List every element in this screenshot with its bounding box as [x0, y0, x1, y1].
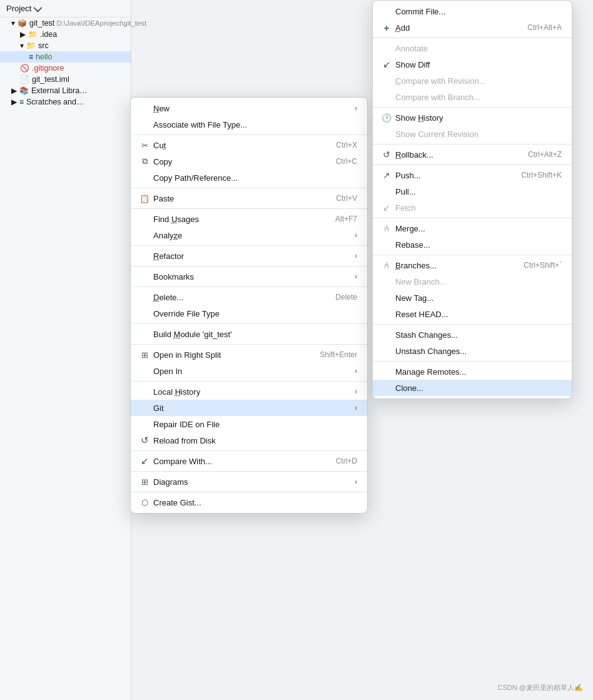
menu-item-compare-with[interactable]: ↙ Compare With... Ctrl+D [131, 453, 367, 469]
git-menu-rollback[interactable]: ↺ Rollback... Ctrl+Alt+Z [373, 146, 572, 163]
git-menu-reset-head[interactable]: Reset HEAD... [373, 306, 572, 322]
menu-item-cut[interactable]: ✂ Cut Ctrl+X [131, 137, 367, 153]
git-menu-new-branch[interactable]: New Branch... [373, 273, 572, 290]
context-menu-right: Commit File... + Add Ctrl+Alt+A Annotate… [372, 0, 572, 399]
menu-item-refactor[interactable]: Refactor › [131, 248, 367, 264]
git-menu-compare-branch[interactable]: Compare with Branch... [373, 89, 572, 105]
tree-item-external-libs[interactable]: ▶ 📚 External Libra… [0, 85, 131, 96]
menu-item-diagrams[interactable]: ⊞ Diagrams › [131, 474, 367, 490]
menu-item-associate[interactable]: Associate with File Type... [131, 116, 367, 133]
compare-with-shortcut: Ctrl+D [336, 457, 357, 465]
folder-icon: 📁 [28, 30, 38, 39]
chevron-right-icon: ▾ [11, 19, 15, 28]
git-separator-4 [373, 165, 572, 165]
add-icon: + [380, 23, 393, 33]
git-menu-show-history[interactable]: 🕐 Show History [373, 109, 572, 126]
menu-item-reload[interactable]: ↺ Reload from Disk [131, 432, 367, 449]
menu-item-override-type[interactable]: Override File Type [131, 305, 367, 322]
menu-item-copy-path[interactable]: Copy Path/Reference... [131, 170, 367, 186]
hello-label: hello [36, 53, 52, 61]
menu-item-bookmarks[interactable]: Bookmarks › [131, 268, 367, 285]
git-menu-show-current-revision[interactable]: Show Current Revision [373, 126, 572, 142]
menu-item-new[interactable]: New › [131, 100, 367, 116]
new-tag-label: New Tag... [395, 293, 562, 303]
compare-with-label: Compare With... [153, 457, 321, 466]
git-menu-push[interactable]: ↗ Push... Ctrl+Shift+K [373, 167, 572, 183]
menu-item-analyze[interactable]: Analyze › [131, 227, 367, 243]
src-folder-icon: 📁 [26, 41, 36, 50]
show-diff-icon: ↙ [380, 59, 393, 70]
menu-item-open-right-split[interactable]: ⊞ Open in Right Split Shift+Enter [131, 347, 367, 363]
open-right-split-icon: ⊞ [138, 350, 151, 360]
separator-10 [131, 450, 367, 451]
git-test-label: git_test [29, 19, 54, 28]
rollback-icon: ↺ [380, 150, 393, 160]
reload-label: Reload from Disk [153, 436, 357, 445]
tree-item-iml[interactable]: 📄 git_test.iml [0, 74, 131, 85]
open-in-arrow-icon: › [355, 367, 357, 375]
git-menu-merge[interactable]: ⑃ Merge... [373, 220, 572, 236]
compare-revision-label: Compare with Revision... [395, 76, 562, 86]
reset-head-label: Reset HEAD... [395, 310, 562, 319]
unstash-changes-label: Unstash Changes... [395, 347, 562, 356]
menu-item-copy[interactable]: ⧉ Copy Ctrl+C [131, 153, 367, 170]
menu-item-local-history[interactable]: Local History › [131, 383, 367, 400]
git-menu-new-tag[interactable]: New Tag... [373, 290, 572, 306]
git-menu-stash-changes[interactable]: Stash Changes... [373, 327, 572, 343]
git-menu-annotate[interactable]: Annotate [373, 40, 572, 56]
git-menu-pull[interactable]: Pull... [373, 183, 572, 200]
show-history-icon: 🕐 [380, 113, 393, 123]
stash-changes-label: Stash Changes... [395, 330, 562, 340]
git-menu-add[interactable]: + Add Ctrl+Alt+A [373, 19, 572, 36]
override-type-label: Override File Type [153, 309, 357, 318]
scratches-label: Scratches and… [26, 98, 84, 106]
git-menu-compare-revision[interactable]: Compare with Revision... [373, 73, 572, 89]
menu-item-create-gist[interactable]: ⬡ Create Gist... [131, 494, 367, 510]
git-separator-5 [373, 218, 572, 218]
manage-remotes-label: Manage Remotes... [395, 367, 562, 377]
repair-ide-label: Repair IDE on File [153, 420, 357, 429]
menu-item-open-in[interactable]: Open In › [131, 363, 367, 379]
git-menu-commit-file[interactable]: Commit File... [373, 3, 572, 19]
git-menu-manage-remotes[interactable]: Manage Remotes... [373, 363, 572, 380]
push-label: Push... [395, 171, 506, 180]
git-separator-1 [373, 38, 572, 38]
diagrams-arrow-icon: › [355, 477, 357, 486]
branches-icon: ⑃ [380, 260, 393, 270]
menu-item-repair-ide[interactable]: Repair IDE on File [131, 416, 367, 432]
menu-item-git[interactable]: Git › [131, 400, 367, 416]
tree-item-git-test[interactable]: ▾ 📦 git_test D:\Java\IDEAproject\git_tes… [0, 18, 131, 29]
git-menu-branches[interactable]: ⑃ Branches... Ctrl+Shift+` [373, 257, 572, 273]
gitignore-label: .gitignore [32, 64, 64, 73]
project-panel: Project ▾ 📦 git_test D:\Java\IDEAproject… [0, 0, 131, 700]
iml-label: git_test.iml [32, 75, 69, 84]
open-right-split-shortcut: Shift+Enter [320, 350, 357, 359]
new-label: New [153, 104, 350, 113]
tree-item-hello[interactable]: ≡ hello [0, 51, 131, 63]
git-menu-unstash-changes[interactable]: Unstash Changes... [373, 343, 572, 359]
tree-item-gitignore[interactable]: 🚫 .gitignore [0, 63, 131, 74]
separator-1 [131, 134, 367, 135]
tree-item-src[interactable]: ▾ 📁 src [0, 40, 131, 51]
tree-item-scratches[interactable]: ▶ ≡ Scratches and… [0, 96, 131, 108]
paste-label: Paste [153, 194, 321, 203]
associate-label: Associate with File Type... [153, 120, 357, 129]
menu-item-find-usages[interactable]: Find Usages Alt+F7 [131, 211, 367, 227]
delete-label: Delete... [153, 293, 320, 302]
git-separator-8 [373, 361, 572, 362]
menu-item-paste[interactable]: 📋 Paste Ctrl+V [131, 190, 367, 206]
show-diff-label: Show Diff [395, 60, 562, 69]
separator-5 [131, 266, 367, 266]
tree-item-idea[interactable]: ▶ 📁 .idea [0, 29, 131, 40]
paste-icon: 📋 [138, 194, 151, 203]
git-menu-rebase[interactable]: Rebase... [373, 236, 572, 253]
clone-label: Clone... [395, 383, 562, 393]
copy-label: Copy [153, 157, 321, 166]
git-menu-clone[interactable]: Clone... [373, 380, 572, 396]
menu-item-build-module[interactable]: Build Module 'git_test' [131, 326, 367, 342]
git-menu-show-diff[interactable]: ↙ Show Diff [373, 56, 572, 73]
menu-item-delete[interactable]: Delete... Delete [131, 289, 367, 305]
add-label: Add [395, 23, 512, 33]
find-usages-label: Find Usages [153, 215, 320, 224]
git-menu-fetch[interactable]: ↙ Fetch [373, 200, 572, 216]
